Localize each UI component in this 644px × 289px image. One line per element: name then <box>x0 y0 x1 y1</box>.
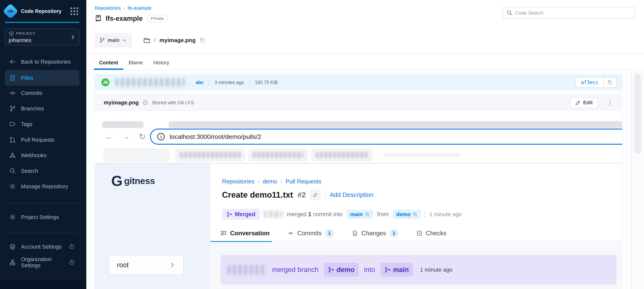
file-name: myimage.png <box>104 100 139 106</box>
target-branch-chip[interactable]: main <box>380 263 413 277</box>
organization-gear-icon <box>9 259 16 266</box>
activity-time: 1 minute ago <box>420 266 452 273</box>
sidebar-item-search[interactable]: Search <box>5 163 80 179</box>
sidebar-item-webhooks[interactable]: Webhooks <box>5 148 80 163</box>
sidebar-item-manage-repository[interactable]: Manage Repository <box>5 178 80 194</box>
source-branch-chip[interactable]: demo <box>324 263 359 277</box>
target-branch-chip[interactable]: main <box>347 210 373 219</box>
tab-checks[interactable]: Checks <box>416 230 446 237</box>
redacted-bookmark-text <box>384 154 461 156</box>
sidebar-item-back-to-repositories[interactable]: Back to Repositories <box>5 54 80 70</box>
tab-blame[interactable]: Blame <box>123 56 148 70</box>
scrollbar-thumb[interactable] <box>634 74 641 154</box>
edit-button[interactable]: Edit <box>570 97 598 108</box>
sidebar-item-project-settings[interactable]: Project Settings <box>5 209 80 225</box>
url-text: localhost:3000/root/demo/pulls/2 <box>170 133 261 140</box>
sidebar-item-label: Webhooks <box>21 152 46 158</box>
tab-content[interactable]: Content <box>94 56 123 70</box>
redacted-bookmark-text <box>253 152 304 158</box>
sidebar-footer <box>0 278 86 289</box>
commit-message-link[interactable]: abc <box>196 80 204 85</box>
branch-icon <box>9 105 16 112</box>
redacted-bookmark <box>104 148 170 162</box>
gitness-breadcrumb-pull-requests[interactable]: Pull Requests <box>286 178 321 185</box>
pr-title-edit-button[interactable] <box>310 190 320 200</box>
gitness-breadcrumb-repositories[interactable]: Repositories <box>222 178 254 185</box>
redacted-user-name <box>264 211 283 218</box>
sidebar-item-branches[interactable]: Branches <box>5 101 80 116</box>
sidebar-item-label: Pull Requests <box>21 137 54 143</box>
browser-address-bar: i localhost:3000/root/demo/pulls/2 <box>150 128 622 145</box>
page-title: lfs-example <box>106 14 143 22</box>
module-grid-icon[interactable] <box>70 7 78 15</box>
branch-icon <box>100 38 105 43</box>
sidebar-item-label: Files <box>21 75 33 81</box>
image-preview: ← → ↻ i localhost:3000/root/demo/pulls/2 <box>95 111 622 289</box>
copy-icon <box>413 212 417 216</box>
redacted-user-name <box>228 265 267 274</box>
sidebar-item-organization-settings[interactable]: Organization Settings <box>5 254 80 270</box>
arrow-left-icon <box>9 58 16 65</box>
sidebar-item-account-settings[interactable]: Account Settings <box>5 239 80 254</box>
project-label: PROJECT <box>16 32 36 36</box>
copy-icon[interactable] <box>200 37 205 43</box>
merged-status-badge: Merged <box>222 209 260 220</box>
add-description-link[interactable]: Add Description <box>330 191 374 198</box>
sidebar-item-files[interactable]: Files <box>5 70 80 86</box>
copy-icon[interactable] <box>604 78 616 87</box>
tab-commits[interactable]: Commits 1 <box>288 229 334 238</box>
gitness-sidebar: G gitness root <box>95 164 210 289</box>
search-icon <box>506 10 512 16</box>
sidebar-divider <box>5 233 80 234</box>
tab-changes[interactable]: Changes 1 <box>352 229 398 238</box>
gear-icon <box>9 214 16 221</box>
source-branch-chip[interactable]: demo <box>393 210 421 219</box>
scrollbar[interactable] <box>631 70 644 289</box>
webhook-icon <box>9 152 16 159</box>
sidebar-item-tags[interactable]: Tags <box>5 116 80 132</box>
tab-conversation[interactable]: Conversation <box>220 230 270 237</box>
commit-hash-link[interactable]: af3ecc <box>576 80 604 85</box>
chevron-down-icon <box>122 38 127 43</box>
project-selector[interactable]: PROJECT johannes <box>5 29 80 46</box>
into-label: into <box>364 266 375 274</box>
file-icon <box>9 74 16 82</box>
code-search-input[interactable] <box>515 10 631 16</box>
tab-history[interactable]: History <box>148 56 174 70</box>
sidebar-item-label: Manage Repository <box>21 184 68 190</box>
site-info-icon: i <box>157 133 165 140</box>
file-toolbar: main / myimage.png <box>95 33 205 47</box>
checklist-icon <box>416 230 422 236</box>
commit-time: 3 minutes ago <box>214 80 244 85</box>
header-divider <box>86 54 644 54</box>
file-panel-header: myimage.png Stored with Git LFS Edit ⋮ <box>95 95 622 111</box>
commit-icon <box>9 90 16 96</box>
separator <box>425 211 425 218</box>
merge-icon <box>384 267 390 273</box>
breadcrumb-repo-link[interactable]: lfs-example <box>128 6 152 11</box>
separator <box>249 80 250 85</box>
breadcrumb-repositories-link[interactable]: Repositories <box>95 6 121 11</box>
merged-time: 1 minute ago <box>429 211 462 218</box>
pull-request-icon <box>9 136 16 144</box>
gear-icon <box>9 183 16 190</box>
branch-selector[interactable]: main <box>95 33 132 47</box>
gitness-logo-icon: G <box>111 175 122 186</box>
kebab-menu-icon[interactable]: ⋮ <box>606 100 613 106</box>
folder-icon[interactable] <box>143 37 150 44</box>
avatar[interactable]: JB <box>100 78 110 87</box>
pr-conversation-body: merged branch demo into <box>210 242 622 289</box>
file-diff-icon <box>352 230 358 236</box>
file-panel: myimage.png Stored with Git LFS Edit ⋮ <box>94 94 622 289</box>
main-content: Repositories › lfs-example lfs-example P… <box>86 0 644 289</box>
commit-hash-chip: af3ecc <box>576 77 616 88</box>
latest-commit-bar: JB abc 3 minutes ago 192.75 KiB af3ecc <box>94 74 622 90</box>
chevron-right-icon <box>70 34 76 40</box>
gitness-breadcrumb-demo[interactable]: demo <box>263 178 277 185</box>
sidebar-item-pull-requests[interactable]: Pull Requests <box>5 132 80 148</box>
gitness-space-selector[interactable]: root <box>109 255 184 275</box>
code-search-box <box>503 7 635 19</box>
commit-count: 1 <box>308 211 311 218</box>
cube-icon <box>8 31 14 36</box>
sidebar-item-commits[interactable]: Commits <box>5 85 80 101</box>
